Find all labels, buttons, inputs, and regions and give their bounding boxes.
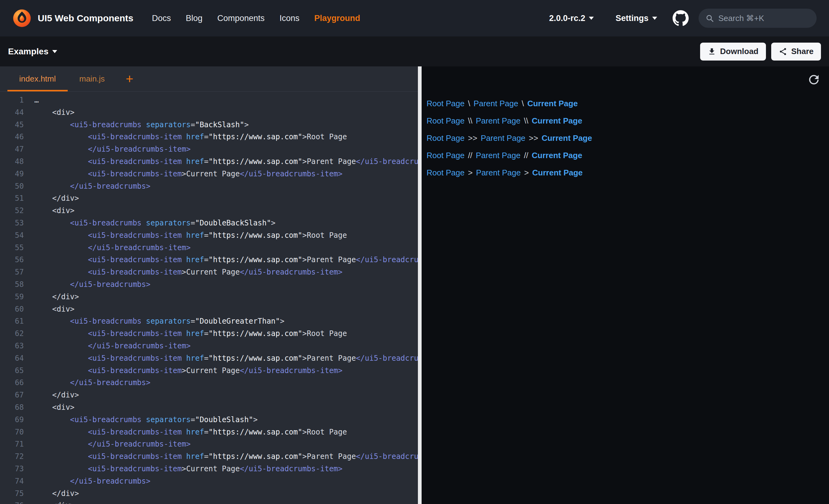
tab-main.js[interactable]: main.js <box>68 66 116 91</box>
line-number: 70 <box>0 426 24 438</box>
line-content: <ui5-breadcrumbs-item>Current Page</ui5-… <box>34 266 343 278</box>
breadcrumb-link[interactable]: Root Page <box>427 151 465 160</box>
line-content: <ui5-breadcrumbs separators="DoubleSlash… <box>34 414 257 426</box>
breadcrumb-current: Current Page <box>542 133 592 143</box>
code-line: 73 <ui5-breadcrumbs-item>Current Page</u… <box>0 463 418 475</box>
nav-item-blog[interactable]: Blog <box>186 13 203 23</box>
line-content: <ui5-breadcrumbs separators="DoubleBackS… <box>34 217 276 229</box>
line-number: 52 <box>0 205 24 217</box>
line-content: <ui5-breadcrumbs-item href="https://www.… <box>34 131 347 143</box>
code-line: 72 <ui5-breadcrumbs-item href="https://w… <box>0 451 418 463</box>
breadcrumb-separator: // <box>468 151 472 160</box>
code-area[interactable]: 1…44 <div>45 <ui5-breadcrumbs separators… <box>0 92 418 504</box>
line-number: 47 <box>0 143 24 156</box>
code-line: 51 </div> <box>0 192 418 205</box>
code-editor: index.htmlmain.js+ 1…44 <div>45 <ui5-bre… <box>0 66 418 504</box>
line-number: 68 <box>0 401 24 414</box>
line-content: <ui5-breadcrumbs-item href="https://www.… <box>34 156 418 168</box>
breadcrumb-current: Current Page <box>532 168 583 177</box>
main-split: index.htmlmain.js+ 1…44 <div>45 <ui5-bre… <box>0 66 829 504</box>
breadcrumb-link[interactable]: Root Page <box>427 168 465 177</box>
line-number: 1 <box>0 94 24 107</box>
add-file-button[interactable]: + <box>126 73 134 85</box>
breadcrumb-separator: > <box>524 168 529 177</box>
search-input[interactable] <box>718 13 810 23</box>
breadcrumb-link[interactable]: Parent Page <box>476 116 520 125</box>
version-label: 2.0.0-rc.2 <box>549 13 585 23</box>
line-content: <ui5-breadcrumbs-item href="https://www.… <box>34 254 418 266</box>
code-line: 69 <ui5-breadcrumbs separators="DoubleSl… <box>0 414 418 426</box>
nav-item-components[interactable]: Components <box>217 13 264 23</box>
preview-panel: Root Page\Parent Page\Current PageRoot P… <box>422 66 829 504</box>
code-line: 46 <ui5-breadcrumbs-item href="https://w… <box>0 131 418 143</box>
version-dropdown[interactable]: 2.0.0-rc.2 <box>549 13 594 23</box>
code-line: 45 <ui5-breadcrumbs separators="BackSlas… <box>0 119 418 131</box>
line-number: 51 <box>0 192 24 205</box>
code-line: 67 </div> <box>0 389 418 401</box>
line-number: 72 <box>0 451 24 463</box>
line-number: 61 <box>0 315 24 328</box>
code-line: 70 <ui5-breadcrumbs-item href="https://w… <box>0 426 418 438</box>
line-number: 59 <box>0 291 24 303</box>
breadcrumb-link[interactable]: Parent Page <box>481 133 526 143</box>
breadcrumb-separator: > <box>468 168 473 177</box>
line-content: </ui5-breadcrumbs-item> <box>34 143 191 156</box>
line-number: 66 <box>0 377 24 389</box>
top-navbar: UI5 Web Components DocsBlogComponentsIco… <box>0 0 829 36</box>
code-line: 54 <ui5-breadcrumbs-item href="https://w… <box>0 229 418 242</box>
search-icon <box>706 14 714 23</box>
code-line: 55 </ui5-breadcrumbs-item> <box>0 242 418 254</box>
github-icon[interactable] <box>673 10 689 26</box>
code-line: 75 </div> <box>0 488 418 500</box>
chevron-down-icon <box>652 17 657 20</box>
breadcrumb-link[interactable]: Root Page <box>427 99 465 108</box>
breadcrumb-link[interactable]: Parent Page <box>476 151 520 160</box>
line-content: <ui5-breadcrumbs separators="BackSlash"> <box>34 119 249 131</box>
breadcrumb-link[interactable]: Parent Page <box>473 99 518 108</box>
nav-item-docs[interactable]: Docs <box>152 13 171 23</box>
line-content: </ui5-breadcrumbs-item> <box>34 242 191 254</box>
breadcrumb-link[interactable]: Root Page <box>427 133 465 143</box>
ui5-logo-icon[interactable] <box>12 9 32 28</box>
code-line: 71 </ui5-breadcrumbs-item> <box>0 438 418 451</box>
brand-title[interactable]: UI5 Web Components <box>38 13 133 24</box>
line-number: 46 <box>0 131 24 143</box>
refresh-icon[interactable] <box>807 73 821 87</box>
chevron-down-icon <box>589 17 594 20</box>
line-content: </ui5-breadcrumbs-item> <box>34 438 191 451</box>
share-label: Share <box>791 47 814 56</box>
code-line: 74 </ui5-breadcrumbs> <box>0 475 418 488</box>
nav-item-icons[interactable]: Icons <box>280 13 299 23</box>
tab-index.html[interactable]: index.html <box>7 66 68 91</box>
download-label: Download <box>720 47 759 56</box>
breadcrumbs-row: Root Page\\Parent Page\\Current Page <box>427 112 829 129</box>
nav-item-playground[interactable]: Playground <box>314 13 360 23</box>
line-content: </ui5-breadcrumbs> <box>34 180 150 193</box>
breadcrumb-link[interactable]: Parent Page <box>476 168 521 177</box>
code-line: 50 </ui5-breadcrumbs> <box>0 180 418 193</box>
line-number: 75 <box>0 488 24 500</box>
examples-dropdown[interactable]: Examples <box>8 47 57 56</box>
line-number: 63 <box>0 340 24 352</box>
line-content: </ui5-breadcrumbs> <box>34 278 150 291</box>
code-line: 63 </ui5-breadcrumbs-item> <box>0 340 418 352</box>
line-number: 56 <box>0 254 24 266</box>
examples-toolbar: Examples Download Share <box>0 36 829 66</box>
line-content: <ui5-breadcrumbs-item href="https://www.… <box>34 426 347 438</box>
panel-splitter[interactable] <box>418 66 422 504</box>
download-button[interactable]: Download <box>700 43 766 61</box>
breadcrumb-separator: >> <box>529 133 538 143</box>
breadcrumb-link[interactable]: Root Page <box>427 116 465 125</box>
line-number: 76 <box>0 500 24 504</box>
line-content: </ui5-breadcrumbs> <box>34 377 150 389</box>
settings-dropdown[interactable]: Settings <box>615 13 657 23</box>
code-line: 57 <ui5-breadcrumbs-item>Current Page</u… <box>0 266 418 278</box>
search-box <box>698 9 817 28</box>
line-number: 54 <box>0 229 24 242</box>
code-line: 64 <ui5-breadcrumbs-item href="https://w… <box>0 352 418 365</box>
toolbar-actions: Download Share <box>700 43 821 61</box>
share-button[interactable]: Share <box>771 43 821 61</box>
editor-tabbar: index.htmlmain.js+ <box>0 66 418 92</box>
line-number: 67 <box>0 389 24 401</box>
line-content: <div> <box>34 500 74 504</box>
